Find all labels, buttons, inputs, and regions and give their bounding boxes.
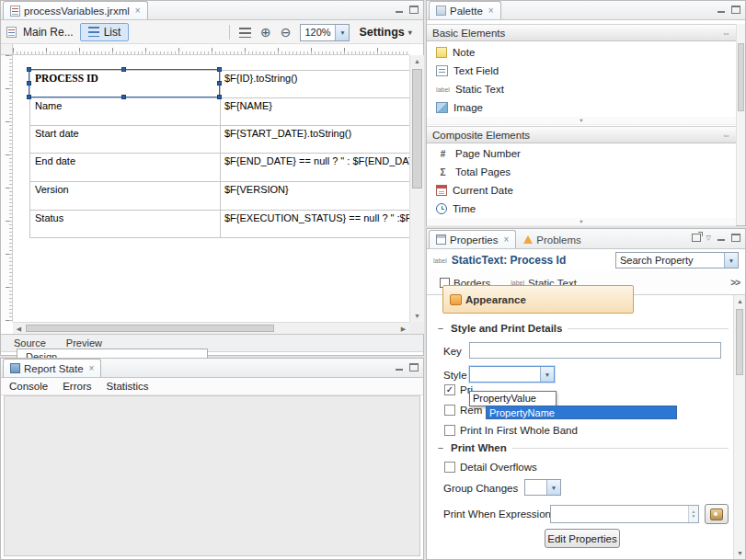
expression-editor-button[interactable] <box>705 504 729 524</box>
scrollbar-thumb[interactable] <box>736 309 743 375</box>
collapse-icon[interactable]: − <box>436 442 445 453</box>
detach-view-icon[interactable] <box>692 234 701 242</box>
scroll-down-icon[interactable]: ▼ <box>411 310 423 322</box>
palette-item-time[interactable]: Time <box>427 200 736 218</box>
drawer-pin-icon[interactable]: ⇔ <box>722 29 730 38</box>
text-field-element[interactable]: $F{END_DATE} == null ? " : $F{END_DATE <box>224 155 409 166</box>
section-print-when[interactable]: − Print When <box>436 440 729 455</box>
section-style-print-details[interactable]: − Style and Print Details <box>436 321 729 336</box>
subtab-overflow-icon[interactable]: >> <box>730 278 740 288</box>
tab-preview[interactable]: Preview <box>57 335 111 351</box>
maximize-icon[interactable] <box>409 363 419 371</box>
checkbox[interactable] <box>444 405 455 416</box>
palette-scrollbar[interactable] <box>736 24 745 225</box>
palette-item-text-field[interactable]: Text Field <box>427 62 736 80</box>
group-changes-combo[interactable]: ▼ <box>524 479 561 496</box>
palette-tab[interactable]: Palette × <box>429 1 501 19</box>
edit-properties-button[interactable]: Edit Properties <box>545 529 620 548</box>
print-when-expression-field[interactable]: ▴ ▾ <box>550 505 699 523</box>
checkbox[interactable] <box>444 462 455 473</box>
drawer-composite-elements[interactable]: Composite Elements ⇔ <box>427 126 736 143</box>
zoom-out-icon[interactable]: ⊖ <box>281 26 292 39</box>
drawer-scroll-down[interactable]: ▾ <box>427 218 736 226</box>
maximize-icon[interactable] <box>731 6 740 14</box>
expression-spinner[interactable]: ▴ ▾ <box>688 506 698 522</box>
close-icon[interactable]: × <box>488 6 494 16</box>
palette-item-total-pages[interactable]: Σ Total Pages <box>427 163 736 181</box>
tab-borders[interactable]: Borders <box>432 274 498 292</box>
design-canvas[interactable]: PROCESS ID $F{ID}.toString() Name $F{NAM… <box>13 55 409 322</box>
text-field-element[interactable]: $F{ID}.toString() <box>224 73 297 84</box>
drawer-basic-elements[interactable]: Basic Elements ⇔ <box>427 24 736 41</box>
settings-menu-button[interactable]: Settings ▾ <box>359 26 411 39</box>
minimize-icon[interactable] <box>395 6 404 14</box>
close-icon[interactable]: × <box>135 6 141 16</box>
drawer-pin-icon[interactable]: ⇔ <box>722 131 730 140</box>
text-field-element[interactable]: $F{NAME} <box>224 100 272 111</box>
spinner-down-icon[interactable]: ▾ <box>693 514 695 519</box>
text-field-element[interactable]: $F{START_DATE}.toString() <box>224 128 351 139</box>
scrollbar-thumb[interactable] <box>738 43 744 111</box>
key-input[interactable] <box>469 342 721 359</box>
palette-item-page-number[interactable]: # Page Number <box>427 144 736 163</box>
static-text-element[interactable]: PROCESS ID <box>35 73 98 84</box>
print-when-expression-input[interactable] <box>551 506 688 522</box>
maximize-icon[interactable] <box>731 234 740 242</box>
style-combo[interactable]: ▼ <box>469 366 555 383</box>
properties-scrollbar[interactable]: ▲ ▼ <box>733 295 745 559</box>
tab-source[interactable]: Source <box>5 335 55 351</box>
zoom-in-icon[interactable]: ⊕ <box>260 26 271 39</box>
minimize-icon[interactable] <box>717 234 726 242</box>
static-text-element[interactable]: End date <box>35 155 75 166</box>
menu-console[interactable]: Console <box>9 381 48 392</box>
layout-icon[interactable] <box>239 28 251 38</box>
checkbox-checked[interactable]: ✓ <box>444 384 455 395</box>
canvas-horizontal-scrollbar[interactable]: ◀ ▶ <box>13 322 409 334</box>
palette-item-note[interactable]: Note <box>427 43 736 62</box>
checkbox-row-detail-overflows[interactable]: Detail Overflows <box>444 461 537 474</box>
drawer-scroll-down[interactable]: ▾ <box>427 117 736 125</box>
checkbox[interactable] <box>444 425 455 436</box>
dropdown-option-propertyvalue[interactable]: PropertyValue <box>470 392 556 406</box>
zoom-level-combo[interactable]: 120% ▼ <box>300 24 350 41</box>
scroll-up-icon[interactable]: ▲ <box>734 295 746 307</box>
tab-properties[interactable]: Properties × <box>429 230 516 248</box>
scroll-up-icon[interactable]: ▲ <box>411 55 423 67</box>
view-menu-icon[interactable]: ▽ <box>706 234 711 242</box>
scroll-down-icon[interactable]: ▼ <box>734 547 746 559</box>
checkbox-row-first-whole-band[interactable]: Print In First Whole Band <box>444 424 578 437</box>
canvas-vertical-scrollbar[interactable]: ▲ ▼ <box>409 55 424 322</box>
static-text-element[interactable]: Name <box>35 100 62 111</box>
menu-errors[interactable]: Errors <box>63 381 91 392</box>
tab-static-text[interactable]: label Static Text <box>503 274 584 292</box>
menu-statistics[interactable]: Statistics <box>107 381 149 392</box>
chevron-down-icon[interactable]: ▼ <box>540 367 554 382</box>
dropdown-option-propertyname[interactable]: PropertyName <box>486 406 677 419</box>
chevron-down-icon[interactable]: ▼ <box>335 25 349 40</box>
report-state-tab[interactable]: Report State × <box>3 359 101 377</box>
palette-item-static-text[interactable]: label Static Text <box>427 80 736 98</box>
static-text-element[interactable]: Version <box>35 184 69 195</box>
close-icon[interactable]: × <box>503 234 509 245</box>
static-text-element[interactable]: Start date <box>35 128 79 139</box>
scrollbar-thumb[interactable] <box>412 69 422 189</box>
minimize-icon[interactable] <box>717 6 726 14</box>
palette-item-image[interactable]: Image <box>427 98 736 117</box>
minimize-icon[interactable] <box>395 363 404 371</box>
close-icon[interactable]: × <box>89 363 95 373</box>
chevron-down-icon[interactable]: ▼ <box>724 253 738 268</box>
text-field-element[interactable]: $F{EXECUTION_STATUS} == null ? " :$F{E <box>224 212 409 223</box>
list-element-button[interactable]: List <box>80 23 130 41</box>
search-property-combo[interactable]: Search Property ▼ <box>615 252 739 269</box>
key-label: Key <box>443 346 462 357</box>
scrollbar-thumb[interactable] <box>26 325 274 332</box>
palette-item-current-date[interactable]: Current Date <box>427 181 736 200</box>
text-field-element[interactable]: $F{VERSION} <box>224 184 289 195</box>
chevron-down-icon[interactable]: ▼ <box>546 480 560 495</box>
maximize-icon[interactable] <box>409 6 419 14</box>
collapse-icon[interactable]: − <box>436 323 445 334</box>
static-text-element[interactable]: Status <box>35 212 63 223</box>
breadcrumb-main-report[interactable]: Main Re... <box>23 26 74 39</box>
tab-problems[interactable]: Problems <box>516 230 589 248</box>
editor-tab[interactable]: processVariables.jrxml × <box>3 1 148 19</box>
